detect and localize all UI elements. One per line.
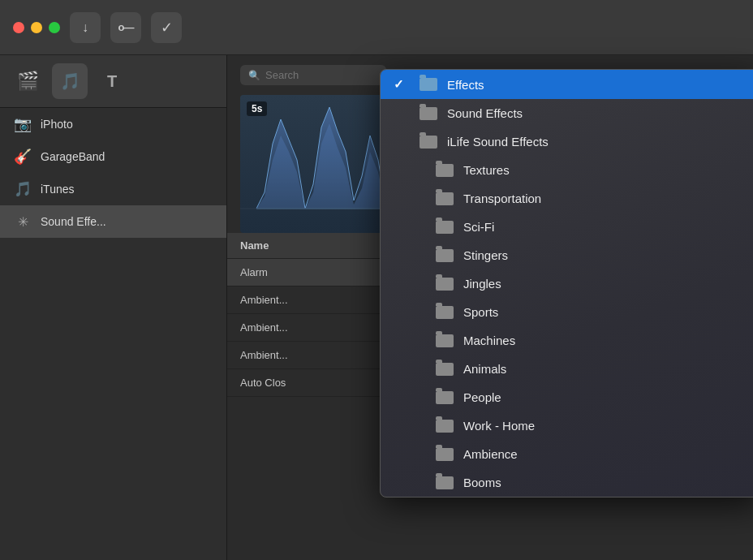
folder-icon-work-home <box>436 420 454 433</box>
folder-icon-machines <box>436 334 454 347</box>
dropdown-item-booms[interactable]: Booms <box>381 468 753 497</box>
sidebar-item-itunes[interactable]: 🎵 iTunes <box>0 173 226 205</box>
close-button[interactable] <box>13 22 24 33</box>
garageband-icon: 🎸 <box>13 147 32 166</box>
waveform-preview: 5s <box>240 95 394 233</box>
dropdown-label-machines: Machines <box>463 334 515 347</box>
source-list: 📷 iPhoto 🎸 GarageBand 🎵 iTunes ✳ Sound E… <box>0 108 226 560</box>
folder-icon-textures <box>436 164 454 177</box>
dropdown-item-jingles[interactable]: Jingles <box>381 269 753 298</box>
folder-icon-jingles <box>436 278 454 291</box>
dropdown-label-sports: Sports <box>463 305 498 319</box>
dropdown-item-animals[interactable]: Animals <box>381 355 753 383</box>
key-icon: o— <box>118 21 134 33</box>
dropdown-label-textures: Textures <box>463 163 510 177</box>
sidebar-item-iphoto-label: iPhoto <box>41 118 73 131</box>
dropdown-item-people[interactable]: People <box>381 383 753 411</box>
file-name-autoclose: Auto Clos <box>240 377 286 389</box>
dropdown-item-machines[interactable]: Machines <box>381 326 753 355</box>
dropdown-item-effects[interactable]: ✓ Effects <box>381 70 753 99</box>
search-icon: 🔍 <box>248 70 260 81</box>
soundeffects-icon: ✳ <box>13 212 32 231</box>
dropdown-item-transportation[interactable]: Transportation <box>381 184 753 213</box>
titles-icon: T <box>107 72 117 91</box>
check-button[interactable]: ✓ <box>151 12 182 43</box>
maximize-button[interactable] <box>49 22 60 33</box>
waveform-duration: 5s <box>247 101 267 116</box>
titlebar: ↓ o— ✓ <box>0 0 753 55</box>
dropdown-label-stingers: Stingers <box>463 248 508 262</box>
file-name-alarm: Alarm <box>240 266 268 278</box>
sidebar: 🎬 🎵 T 📷 iPhoto 🎸 GarageBand 🎵 iTunes <box>0 55 227 560</box>
dropdown-label-people: People <box>463 390 501 404</box>
file-name-ambient-3: Ambient... <box>240 349 288 361</box>
tab-media[interactable]: 🎬 <box>10 63 45 99</box>
sidebar-item-iphoto[interactable]: 📷 iPhoto <box>0 108 226 140</box>
check-icon: ✓ <box>161 19 173 37</box>
audio-icon: 🎵 <box>60 71 80 91</box>
check-mark-effects: ✓ <box>394 77 410 92</box>
dropdown-item-sci-fi[interactable]: Sci-Fi <box>381 213 753 241</box>
tab-titles[interactable]: T <box>94 63 130 99</box>
dropdown-label-ilife: iLife Sound Effects <box>447 135 549 149</box>
folder-icon-transportation <box>436 192 454 205</box>
folder-icon-stingers <box>436 249 454 262</box>
folder-icon-animals <box>436 363 454 376</box>
dropdown-label-sci-fi: Sci-Fi <box>463 220 494 234</box>
search-input[interactable] <box>265 69 378 81</box>
dropdown-item-work-home[interactable]: Work - Home <box>381 411 753 440</box>
sidebar-item-soundeffects-label: Sound Effe... <box>41 215 106 228</box>
key-button[interactable]: o— <box>110 12 141 43</box>
file-name-ambient-2: Ambient... <box>240 321 288 334</box>
sidebar-item-garageband[interactable]: 🎸 GarageBand <box>0 140 226 173</box>
dropdown-label-jingles: Jingles <box>463 277 501 291</box>
dropdown-item-sports[interactable]: Sports <box>381 298 753 326</box>
folder-icon-ilife <box>420 136 437 149</box>
folder-icon-ambience <box>436 448 454 461</box>
dropdown-item-textures[interactable]: Textures <box>381 156 753 184</box>
sidebar-item-itunes-label: iTunes <box>41 183 75 196</box>
itunes-icon: 🎵 <box>13 179 32 199</box>
dropdown-label-animals: Animals <box>463 362 506 376</box>
dropdown-label-transportation: Transportation <box>463 192 541 205</box>
minimize-button[interactable] <box>31 22 42 33</box>
name-column-header: Name <box>227 233 282 258</box>
file-name-ambient-1: Ambient... <box>240 294 288 306</box>
dropdown-label-sound-effects: Sound Effects <box>447 106 523 120</box>
dropdown-label-work-home: Work - Home <box>463 419 535 433</box>
sidebar-item-garageband-label: GarageBand <box>41 150 105 163</box>
tab-bar: 🎬 🎵 T <box>0 55 226 108</box>
traffic-lights <box>13 22 60 33</box>
tab-audio[interactable]: 🎵 <box>52 63 88 99</box>
folder-icon-effects <box>420 78 437 91</box>
dropdown-label-ambience: Ambience <box>463 447 518 461</box>
download-button[interactable]: ↓ <box>70 12 101 43</box>
folder-icon-sports <box>436 306 454 319</box>
category-dropdown: ✓ Effects Sound Effects iLife Sound Effe… <box>380 69 753 498</box>
dropdown-item-sound-effects[interactable]: Sound Effects <box>381 99 753 127</box>
dropdown-item-ambience[interactable]: Ambience <box>381 440 753 468</box>
dropdown-label-effects: Effects <box>447 78 484 92</box>
media-icon: 🎬 <box>17 71 39 92</box>
folder-icon-sound-effects <box>420 107 437 120</box>
folder-icon-people <box>436 391 454 404</box>
iphoto-icon: 📷 <box>13 114 32 134</box>
dropdown-label-booms: Booms <box>463 476 501 489</box>
dropdown-item-ilife[interactable]: iLife Sound Effects <box>381 127 753 156</box>
sidebar-item-soundeffects[interactable]: ✳ Sound Effe... <box>0 205 226 238</box>
folder-icon-sci-fi <box>436 221 454 234</box>
dropdown-item-stingers[interactable]: Stingers <box>381 241 753 269</box>
search-box[interactable]: 🔍 <box>240 65 386 85</box>
folder-icon-booms <box>436 476 454 489</box>
download-icon: ↓ <box>82 20 88 35</box>
